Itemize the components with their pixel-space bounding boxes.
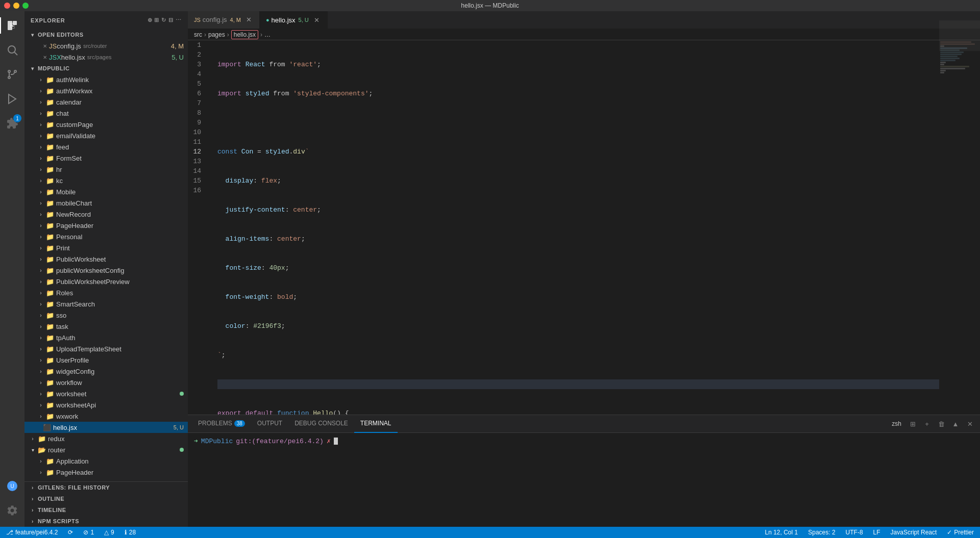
tree-item-router-PageHeader[interactable]: › 📁 PageHeader xyxy=(24,467,188,478)
timeline-header[interactable]: › TIMELINE xyxy=(24,504,188,516)
search-activity-icon[interactable] xyxy=(0,38,24,62)
tree-item-calendar[interactable]: › 📁 calendar xyxy=(24,96,188,108)
maximize-panel-btn[interactable]: ▲ xyxy=(949,418,962,430)
tab-debug-console[interactable]: DEBUG CONSOLE xyxy=(288,415,354,433)
open-editors-header[interactable]: ▾ OPEN EDITORS xyxy=(24,29,188,40)
tab-terminal[interactable]: TERMINAL xyxy=(354,415,398,433)
terminal-content[interactable]: ➜ MDPublic git:(feature/pei6.4.2) ✗ xyxy=(188,433,980,527)
status-info[interactable]: ℹ 28 xyxy=(122,527,138,538)
source-control-activity-icon[interactable] xyxy=(0,62,24,87)
tab-config-js[interactable]: JS config.js 4, M ✕ xyxy=(188,11,260,29)
svg-point-6 xyxy=(14,70,16,72)
tree-item-workflow[interactable]: › 📁 workflow xyxy=(24,377,188,388)
breadcrumb-src[interactable]: src xyxy=(194,31,202,38)
code-editor[interactable]: 1 2 3 4 5 6 7 8 9 10 11 12 13 14 15 16 xyxy=(188,40,980,415)
status-cursor[interactable]: Ln 12, Col 1 xyxy=(763,527,800,538)
status-encoding[interactable]: UTF-8 xyxy=(844,527,865,538)
tree-item-tpAuth[interactable]: › 📁 tpAuth xyxy=(24,332,188,343)
tree-item-UserProfile[interactable]: › 📁 UserProfile xyxy=(24,354,188,366)
tree-item-Application[interactable]: › 📁 Application xyxy=(24,455,188,467)
tree-item-worksheet[interactable]: › 📁 worksheet xyxy=(24,388,188,399)
customPage-chevron: › xyxy=(37,120,45,129)
breadcrumb-pages[interactable]: pages xyxy=(208,31,225,38)
new-file-icon[interactable]: ⊕ xyxy=(148,17,153,23)
collapse-all-icon[interactable]: ⊟ xyxy=(168,17,174,23)
tree-item-task[interactable]: › 📁 task xyxy=(24,321,188,332)
mdpublic-folder-header[interactable]: ▾ MDPUBLIC xyxy=(24,63,188,74)
terminal-zsh-label: zsh xyxy=(889,418,904,430)
open-editor-hello[interactable]: ✕ JSX hello.jsx src/pages 5, U xyxy=(24,52,188,63)
tree-item-PageHeader[interactable]: › 📁 PageHeader xyxy=(24,220,188,231)
tree-item-publicWorksheetConfig[interactable]: › 📁 publicWorksheetConfig xyxy=(24,265,188,276)
add-terminal-btn[interactable]: + xyxy=(921,418,933,430)
code-line-8: font-size: 40px; xyxy=(217,263,939,273)
tree-item-widgetConfig[interactable]: › 📁 widgetConfig xyxy=(24,366,188,377)
status-formatter[interactable]: ✓ Prettier xyxy=(945,527,976,538)
tree-item-Mobile[interactable]: › 📁 Mobile xyxy=(24,186,188,197)
tree-item-authWelink[interactable]: › 📁 authWelink xyxy=(24,74,188,85)
open-editor-config[interactable]: ✕ JS config.js src/router 4, M xyxy=(24,40,188,52)
kill-terminal-btn[interactable]: 🗑 xyxy=(935,418,947,430)
tree-item-FormSet[interactable]: › 📁 FormSet xyxy=(24,152,188,164)
hello-close-icon[interactable]: ✕ xyxy=(43,55,47,60)
status-errors[interactable]: ⊘ 1 xyxy=(81,527,96,538)
close-panel-btn[interactable]: ✕ xyxy=(964,418,976,430)
gitlens-header[interactable]: › GITLENS: FILE HISTORY xyxy=(24,482,188,493)
tree-item-NewRecord[interactable]: › 📁 NewRecord xyxy=(24,209,188,220)
config-tab-close[interactable]: ✕ xyxy=(245,16,253,24)
new-folder-icon[interactable]: ⊞ xyxy=(154,17,159,23)
tree-item-customPage[interactable]: › 📁 customPage xyxy=(24,119,188,130)
tree-item-emailValidate[interactable]: › 📁 emailValidate xyxy=(24,130,188,141)
breadcrumb-ellipsis[interactable]: … xyxy=(264,31,271,38)
run-activity-icon[interactable] xyxy=(0,87,24,111)
status-language[interactable]: JavaScript React xyxy=(889,527,939,538)
Application-chevron: › xyxy=(37,457,45,465)
extensions-activity-icon[interactable]: 1 xyxy=(0,111,24,136)
hello-tab-close[interactable]: ✕ xyxy=(313,16,321,24)
settings-activity-icon[interactable] xyxy=(0,498,24,523)
tree-item-feed[interactable]: › 📁 feed xyxy=(24,141,188,152)
tree-item-hr[interactable]: › 📁 hr xyxy=(24,164,188,175)
tab-problems[interactable]: PROBLEMS 38 xyxy=(192,415,251,433)
account-activity-icon[interactable]: U xyxy=(0,474,24,498)
npm-label: NPM SCRIPTS xyxy=(38,518,79,524)
tree-item-SmartSearch[interactable]: › 📁 SmartSearch xyxy=(24,298,188,310)
minimize-button[interactable] xyxy=(13,3,19,9)
tree-item-chat[interactable]: › 📁 chat xyxy=(24,108,188,119)
tree-item-UploadTemplateSheet[interactable]: › 📁 UploadTemplateSheet xyxy=(24,343,188,354)
maximize-button[interactable] xyxy=(22,3,29,9)
tree-item-Print[interactable]: › 📁 Print xyxy=(24,242,188,253)
status-sync[interactable]: ⟳ xyxy=(66,527,75,538)
tree-item-wxwork[interactable]: › 📁 wxwork xyxy=(24,411,188,422)
status-spaces[interactable]: Spaces: 2 xyxy=(806,527,837,538)
tree-item-redux[interactable]: › 📁 redux xyxy=(24,433,188,444)
status-branch[interactable]: ⎇ feature/pei6.4.2 xyxy=(4,527,60,538)
tree-item-kc[interactable]: › 📁 kc xyxy=(24,175,188,186)
tree-item-Roles[interactable]: › 📁 Roles xyxy=(24,287,188,298)
tree-item-mobileChart[interactable]: › 📁 mobileChart xyxy=(24,197,188,209)
tree-item-PublicWorksheet[interactable]: › 📁 PublicWorksheet xyxy=(24,253,188,265)
sidebar-header-actions[interactable]: ⊕ ⊞ ↻ ⊟ ⋯ xyxy=(148,17,182,23)
tab-output[interactable]: OUTPUT xyxy=(251,415,288,433)
refresh-icon[interactable]: ↻ xyxy=(161,17,166,23)
window-controls[interactable] xyxy=(4,3,29,9)
split-terminal-btn[interactable]: ⊞ xyxy=(906,418,919,430)
tree-item-Personal[interactable]: › 📁 Personal xyxy=(24,231,188,242)
more-actions-icon[interactable]: ⋯ xyxy=(176,17,182,23)
tree-item-worksheetApi[interactable]: › 📁 worksheetApi xyxy=(24,399,188,411)
tree-item-router[interactable]: ▾ 📂 router xyxy=(24,444,188,455)
tree-item-PublicWorksheetPreview[interactable]: › 📁 PublicWorksheetPreview xyxy=(24,276,188,287)
status-line-ending[interactable]: LF xyxy=(871,527,883,538)
breadcrumb-hello-jsx[interactable]: hello.jsx xyxy=(231,30,258,39)
tree-item-authWorkwx[interactable]: › 📁 authWorkwx xyxy=(24,85,188,96)
outline-header[interactable]: › OUTLINE xyxy=(24,493,188,504)
tree-item-hello-jsx[interactable]: ⬛ hello.jsx 5, U xyxy=(24,422,188,433)
code-content[interactable]: import React from 'react'; import styled… xyxy=(213,40,939,415)
tree-item-sso[interactable]: › 📁 sso xyxy=(24,310,188,321)
explorer-activity-icon[interactable]: ⎘ xyxy=(0,13,24,38)
status-warnings[interactable]: △ 9 xyxy=(102,527,116,538)
close-button[interactable] xyxy=(4,3,10,9)
npm-scripts-header[interactable]: › NPM SCRIPTS xyxy=(24,516,188,527)
tab-hello-jsx[interactable]: ● hello.jsx 5, U ✕ xyxy=(260,11,328,29)
config-close-icon[interactable]: ✕ xyxy=(43,43,47,49)
